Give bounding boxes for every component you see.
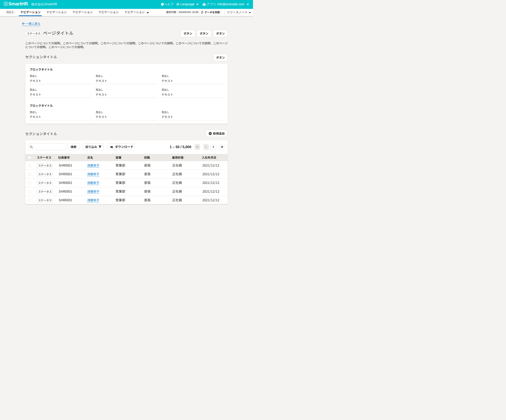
svg-text:?: ? xyxy=(162,3,163,5)
svg-text:S: S xyxy=(5,2,7,5)
